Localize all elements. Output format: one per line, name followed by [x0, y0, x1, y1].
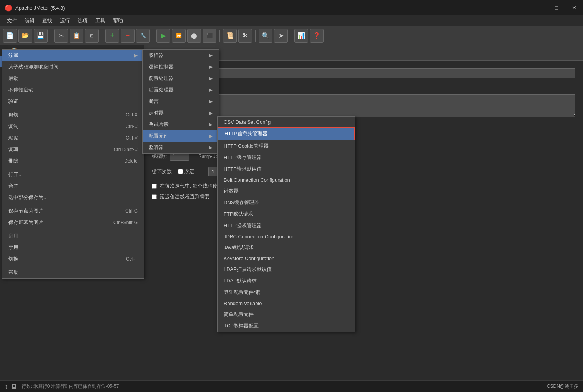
ctx2-sampler[interactable]: 取样器 ▶: [143, 50, 219, 61]
ctx-save-node-img[interactable]: 保存节点为图片 Ctrl-G: [2, 205, 144, 217]
ctx-disable[interactable]: 禁用: [2, 242, 144, 253]
status-bar: ↕ 🖥 行数: 米算行0 米算行0 内容已保存到存位-05-57 CSDN@装里…: [0, 380, 583, 392]
cut-button[interactable]: ✂: [54, 29, 68, 43]
ctx3-bolt-conn[interactable]: Bolt Connection Configuration: [218, 175, 355, 185]
ctx3-dns-cache[interactable]: DNS缓存管理器: [218, 197, 355, 208]
ctx-save-selection[interactable]: 选中部分保存为...: [2, 192, 144, 203]
ctx-open[interactable]: 打开...: [2, 169, 144, 180]
loop-forever-check[interactable]: [178, 169, 183, 174]
maximize-button[interactable]: □: [548, 0, 565, 15]
stop-now-button[interactable]: ⬛: [203, 29, 216, 43]
minimize-button[interactable]: ─: [530, 0, 548, 15]
ctx3-login-config[interactable]: 登陆配置元件/素: [218, 287, 355, 298]
ctx2-assertion[interactable]: 断言 ▶: [143, 96, 219, 107]
ctx-save-screen-img[interactable]: 保存屏幕为图片 Ctrl+Shift-G: [2, 217, 144, 228]
ctx2-test-fragment[interactable]: 测试片段 ▶: [143, 119, 219, 130]
ctx-duplicate[interactable]: 复写 Ctrl+Shift-C: [2, 144, 144, 155]
ctx-add-response-time[interactable]: 为子线程添加响应时间: [2, 61, 144, 73]
ctx-toggle-label: 切换: [8, 256, 18, 262]
arrow-button[interactable]: ➤: [274, 29, 288, 43]
ctx-toggle[interactable]: 切换 Ctrl-T: [2, 253, 144, 265]
ctx2-test-fragment-label: 测试片段: [149, 121, 169, 128]
threads-label: 线程数:: [152, 153, 167, 160]
save-button[interactable]: 💾: [34, 29, 48, 43]
open-button[interactable]: 📂: [18, 29, 32, 43]
remove-button[interactable]: −: [121, 29, 135, 43]
table-button[interactable]: 📊: [294, 29, 308, 43]
ctx3-counter[interactable]: 计数器: [218, 185, 355, 197]
run-no-stop-button[interactable]: ⏩: [172, 29, 186, 43]
close-button[interactable]: ✕: [565, 0, 583, 15]
help-toolbar-button[interactable]: ❓: [310, 29, 324, 43]
ctx-add-item[interactable]: 添加 ▶: [2, 50, 144, 61]
script-button[interactable]: 📜: [223, 29, 237, 43]
run-button[interactable]: ▶: [156, 29, 170, 43]
ctx3-ldap-defaults[interactable]: LDAP默认请求: [218, 275, 355, 287]
stop-button[interactable]: ⬤: [187, 29, 201, 43]
ctx2-post-processor[interactable]: 后置处理器 ▶: [143, 84, 219, 96]
ctx-start[interactable]: 启动: [2, 73, 144, 84]
menu-find[interactable]: 查找: [38, 16, 56, 26]
ctx3-jdbc-conn-label: JDBC Connection Configuration: [224, 234, 294, 239]
ctx2-listener[interactable]: 监听器 ▶: [143, 142, 219, 153]
ctx2-logic-ctrl-arrow: ▶: [209, 64, 213, 70]
ctx-copy[interactable]: 复制 Ctrl-C: [2, 121, 144, 132]
add-button[interactable]: +: [105, 29, 119, 43]
paste-button[interactable]: ⊡: [85, 29, 99, 43]
ctx3-http-header[interactable]: HTTP信息头管理器: [218, 127, 355, 140]
ctx-merge-label: 合并: [8, 183, 18, 189]
ctx3-http-defaults[interactable]: HTTP请求默认值: [218, 163, 355, 175]
ctx-paste-label: 粘贴: [8, 135, 18, 141]
ctx3-jdbc-conn[interactable]: JDBC Connection Configuration: [218, 231, 355, 242]
name-input[interactable]: [179, 68, 575, 78]
ctx2-logic-ctrl[interactable]: 逻辑控制器 ▶: [143, 61, 219, 73]
ctx3-tcp-sampler-config-label: TCP取样器配置: [224, 322, 259, 329]
ctx3-http-cookie[interactable]: HTTP Cookie管理器: [218, 140, 355, 152]
ctx2-timer[interactable]: 定时器 ▶: [143, 107, 219, 119]
menu-options[interactable]: 选项: [74, 16, 91, 26]
ctx3-keystore[interactable]: Keystore Configuration: [218, 253, 355, 264]
menu-help[interactable]: 帮助: [109, 16, 127, 26]
ctx3-random-variable[interactable]: Random Variable: [218, 298, 355, 309]
ctx3-dns-cache-label: DNS缓存管理器: [224, 199, 259, 206]
same-user-check[interactable]: [152, 184, 157, 189]
ctx-save-screen-img-shortcut: Ctrl+Shift-G: [113, 220, 138, 225]
ctx3-http-auth[interactable]: HTTP授权管理器: [218, 220, 355, 231]
ctx-merge[interactable]: 合并: [2, 180, 144, 192]
loop-forever-opt[interactable]: 永远: [178, 168, 194, 175]
menu-run[interactable]: 运行: [56, 16, 74, 26]
ctx3-java-defaults[interactable]: Java默认请求: [218, 242, 355, 253]
ctx-cut[interactable]: 剪切 Ctrl-X: [2, 109, 144, 121]
ctx-paste[interactable]: 粘贴 Ctrl-V: [2, 132, 144, 144]
ctx-delete[interactable]: 删除 Delete: [2, 155, 144, 167]
ctx-start-no-pause[interactable]: 不停顿启动: [2, 84, 144, 96]
copy-button[interactable]: 📋: [70, 29, 83, 43]
menu-file[interactable]: 文件: [3, 16, 21, 26]
config-button[interactable]: 🔧: [136, 29, 150, 43]
toolbar-separator-6: [291, 30, 291, 42]
ctx3-http-cache[interactable]: HTTP缓存管理器: [218, 152, 355, 163]
ctx3-csv-data[interactable]: CSV Data Set Config: [218, 117, 355, 127]
ctx-validate[interactable]: 验证: [2, 96, 144, 107]
ctx-duplicate-label: 复写: [8, 146, 18, 153]
ctx2-config-element-label: 配置元件: [149, 133, 169, 140]
ctx2-config-element[interactable]: 配置元件 ▶: [143, 130, 219, 142]
loop-colon: :: [201, 169, 202, 174]
ctx3-ldap-ext[interactable]: LDAP扩展请求默认值: [218, 264, 355, 275]
ctx2-pre-processor[interactable]: 前置处理器 ▶: [143, 73, 219, 84]
context-menu-overlay: 添加 ▶ 为子线程添加响应时间 启动 不停顿启动 验证 剪切 Ctrl-X 复制…: [0, 45, 144, 380]
toolbar: 📄 📂 💾 ✂ 📋 ⊡ + − 🔧 ▶ ⏩ ⬤ ⬛ 📜 🛠 🔍 ➤ 📊 ❓: [0, 26, 583, 45]
delay-check[interactable]: [152, 194, 157, 199]
tool-button[interactable]: 🛠: [238, 29, 252, 43]
ctx3-tcp-sampler-config[interactable]: TCP取样器配置: [218, 320, 355, 332]
menu-tools[interactable]: 工具: [91, 16, 109, 26]
search-button[interactable]: 🔍: [259, 29, 272, 43]
ctx-save-node-img-shortcut: Ctrl-G: [125, 208, 138, 214]
ctx-enable-label: 启用: [8, 233, 18, 239]
ctx-help[interactable]: 帮助: [2, 267, 144, 278]
ctx3-simple-config[interactable]: 简单配置元件: [218, 309, 355, 320]
new-button[interactable]: 📄: [3, 29, 17, 43]
menu-edit[interactable]: 编辑: [21, 16, 38, 26]
ctx3-ldap-defaults-label: LDAP默认请求: [224, 277, 257, 284]
ctx3-ftp-defaults[interactable]: FTP默认请求: [218, 208, 355, 220]
